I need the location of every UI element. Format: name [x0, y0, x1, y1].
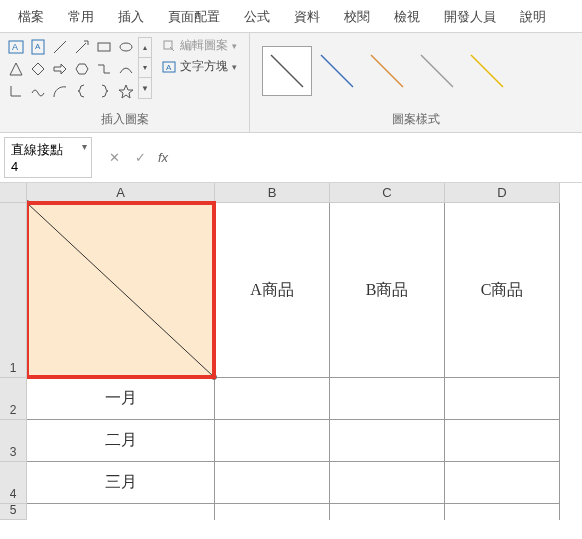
shape-oval-icon[interactable] [116, 37, 136, 57]
gallery-down-icon[interactable]: ▾ [139, 58, 151, 78]
cell-b5[interactable] [215, 504, 330, 520]
cell-c2[interactable] [330, 378, 445, 420]
shape-freeform-icon[interactable] [28, 81, 48, 101]
cell-c4[interactable] [330, 462, 445, 504]
shape-textbox-vert-icon[interactable]: A [28, 37, 48, 57]
col-header-a[interactable]: A [27, 183, 215, 203]
svg-line-15 [471, 55, 503, 87]
svg-rect-6 [98, 43, 110, 51]
gallery-more-icon[interactable]: ▼ [139, 78, 151, 98]
spreadsheet: 1 2 3 4 5 A B C D A商品 B商品 C商品 [0, 183, 582, 520]
tab-help[interactable]: 說明 [508, 2, 558, 32]
cell-a2[interactable]: 一月 [27, 378, 215, 420]
cell-a5[interactable] [27, 504, 215, 520]
svg-line-4 [54, 41, 66, 53]
cell-d4[interactable] [445, 462, 560, 504]
svg-line-5 [76, 43, 86, 53]
group-label-styles: 圖案樣式 [250, 109, 582, 132]
line-style-2[interactable] [312, 46, 362, 96]
shape-tools: 編輯圖案 ▾ A 文字方塊 ▾ [162, 37, 237, 75]
shape-brace-right-icon[interactable] [94, 81, 114, 101]
shape-rect-icon[interactable] [94, 37, 114, 57]
gallery-up-icon[interactable]: ▴ [139, 38, 151, 58]
shape-elbow-icon[interactable] [6, 81, 26, 101]
formula-bar: 直線接點 4 ✕ ✓ fx [0, 133, 582, 183]
line-style-3[interactable] [362, 46, 412, 96]
cell-b1[interactable]: A商品 [215, 203, 330, 378]
tab-file[interactable]: 檔案 [6, 2, 56, 32]
col-header-c[interactable]: C [330, 183, 445, 203]
cell-a1[interactable] [27, 203, 215, 378]
shape-triangle-icon[interactable] [6, 59, 26, 79]
cell-a3[interactable]: 二月 [27, 420, 215, 462]
tab-developer[interactable]: 開發人員 [432, 2, 508, 32]
fx-label[interactable]: fx [154, 150, 172, 165]
ribbon-content: A A ▴ [0, 33, 582, 133]
text-box-icon: A [162, 60, 176, 74]
cell-b4[interactable] [215, 462, 330, 504]
ribbon-tabs: 檔案 常用 插入 頁面配置 公式 資料 校閱 檢視 開發人員 說明 [0, 0, 582, 33]
row-headers: 1 2 3 4 5 [0, 183, 27, 520]
row-header-5[interactable]: 5 [0, 504, 27, 520]
gallery-scroll[interactable]: ▴ ▾ ▼ [138, 37, 152, 99]
tab-data[interactable]: 資料 [282, 2, 332, 32]
shape-connector-icon[interactable] [94, 59, 114, 79]
shape-star-icon[interactable] [116, 81, 136, 101]
col-headers: A B C D [27, 183, 582, 203]
confirm-button[interactable]: ✓ [128, 147, 152, 168]
cell-c5[interactable] [330, 504, 445, 520]
shape-diamond-icon[interactable] [28, 59, 48, 79]
line-style-gallery [256, 38, 518, 104]
tab-view[interactable]: 檢視 [382, 2, 432, 32]
group-label-shapes: 插入圖案 [0, 109, 249, 132]
cell-b3[interactable] [215, 420, 330, 462]
edit-shape-icon [162, 39, 176, 53]
svg-line-13 [371, 55, 403, 87]
cell-a4[interactable]: 三月 [27, 462, 215, 504]
row-header-3[interactable]: 3 [0, 420, 27, 462]
line-style-4[interactable] [412, 46, 462, 96]
cell-c1[interactable]: B商品 [330, 203, 445, 378]
cancel-button[interactable]: ✕ [102, 147, 126, 168]
cell-c3[interactable] [330, 420, 445, 462]
shape-curve-icon[interactable] [116, 59, 136, 79]
shape-gallery[interactable]: A A [6, 37, 136, 101]
tab-insert[interactable]: 插入 [106, 2, 156, 32]
svg-line-14 [421, 55, 453, 87]
tab-formulas[interactable]: 公式 [232, 2, 282, 32]
tab-home[interactable]: 常用 [56, 2, 106, 32]
row-header-2[interactable]: 2 [0, 378, 27, 420]
edit-shape-button[interactable]: 編輯圖案 ▾ [162, 37, 237, 54]
line-style-1[interactable] [262, 46, 312, 96]
group-insert-shapes: A A ▴ [0, 33, 250, 132]
text-box-button[interactable]: A 文字方塊 ▾ [162, 58, 237, 75]
tab-layout[interactable]: 頁面配置 [156, 2, 232, 32]
shape-brace-left-icon[interactable] [72, 81, 92, 101]
shape-right-arrow-icon[interactable] [50, 59, 70, 79]
text-box-label: 文字方塊 [180, 58, 228, 75]
diagonal-line-shape[interactable] [27, 203, 214, 377]
cell-b2[interactable] [215, 378, 330, 420]
shape-line-icon[interactable] [50, 37, 70, 57]
shape-textbox-icon[interactable]: A [6, 37, 26, 57]
shape-arc-icon[interactable] [50, 81, 70, 101]
col-header-d[interactable]: D [445, 183, 560, 203]
shape-arrow-icon[interactable] [72, 37, 92, 57]
cell-d1[interactable]: C商品 [445, 203, 560, 378]
tab-review[interactable]: 校閱 [332, 2, 382, 32]
svg-text:A: A [166, 63, 172, 72]
line-style-5[interactable] [462, 46, 512, 96]
edit-shape-label: 編輯圖案 [180, 37, 228, 54]
svg-point-7 [120, 43, 132, 51]
svg-line-12 [321, 55, 353, 87]
row-header-1[interactable]: 1 [0, 203, 27, 378]
row-header-4[interactable]: 4 [0, 462, 27, 504]
select-all-corner[interactable] [0, 183, 27, 203]
name-box[interactable]: 直線接點 4 [4, 137, 92, 178]
col-header-b[interactable]: B [215, 183, 330, 203]
cell-d5[interactable] [445, 504, 560, 520]
cell-d2[interactable] [445, 378, 560, 420]
handle-bottom-right[interactable] [211, 374, 217, 380]
cell-d3[interactable] [445, 420, 560, 462]
shape-hexagon-icon[interactable] [72, 59, 92, 79]
